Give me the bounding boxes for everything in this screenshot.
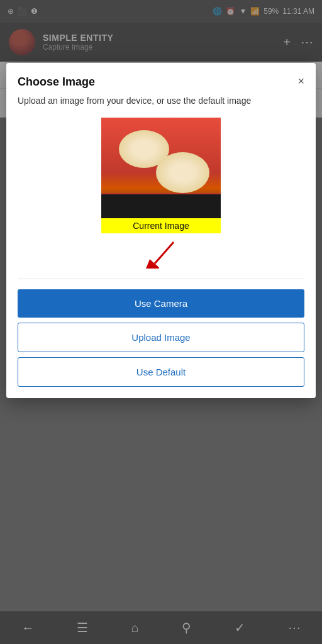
current-image-label: Current Image xyxy=(101,218,221,233)
modal-header: Choose Image × xyxy=(18,75,304,89)
arrow-container xyxy=(18,233,304,275)
modal-overlay: Choose Image × Upload an image from your… xyxy=(0,0,322,644)
svg-line-1 xyxy=(155,242,174,264)
modal-divider xyxy=(18,279,304,279)
image-area: Current Image xyxy=(18,118,304,275)
use-default-button[interactable]: Use Default xyxy=(18,357,304,387)
modal-title: Choose Image xyxy=(18,75,95,89)
image-blob-2 xyxy=(156,152,209,193)
current-image-container: Current Image xyxy=(101,118,221,233)
modal-description: Upload an image from your device, or use… xyxy=(18,95,304,108)
arrow-icon xyxy=(142,237,180,269)
current-image xyxy=(101,118,221,218)
choose-image-modal: Choose Image × Upload an image from your… xyxy=(6,63,316,398)
upload-image-button[interactable]: Upload Image xyxy=(18,323,304,352)
use-camera-button[interactable]: Use Camera xyxy=(18,289,304,318)
image-bottom xyxy=(101,193,221,218)
modal-close-button[interactable]: × xyxy=(297,75,304,87)
